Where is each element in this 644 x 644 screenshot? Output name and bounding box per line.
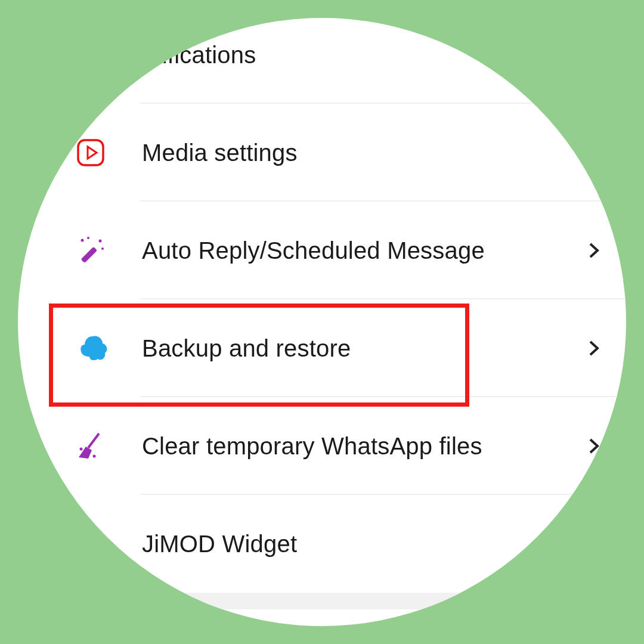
settings-item-label: Auto Reply/Scheduled Message [142,237,485,264]
settings-item-media[interactable]: Media settings [18,104,626,202]
settings-item-autoreply[interactable]: Auto Reply/Scheduled Message [18,202,626,299]
svg-rect-1 [81,247,98,264]
svg-rect-9 [80,533,89,542]
settings-item-clear[interactable]: Clear temporary WhatsApp files [18,397,626,495]
broom-icon [76,431,142,461]
magic-wand-icon [76,236,142,265]
svg-rect-10 [80,545,89,554]
svg-point-7 [80,448,83,451]
settings-item-label: Media settings [142,140,298,166]
chevron-right-icon [586,242,602,259]
settings-item-notifications[interactable]: otifications [18,18,626,104]
play-icon [76,138,142,167]
svg-point-5 [101,247,104,250]
section-separator [18,593,626,609]
chevron-right-icon [586,340,602,357]
settings-item-widget[interactable]: JiMOD Widget [18,495,626,593]
svg-line-6 [88,434,99,448]
chevron-right-icon [586,438,602,454]
settings-item-label: Clear temporary WhatsApp files [142,433,482,460]
settings-item-label: JiMOD Widget [142,531,297,558]
settings-viewport: otifications Media settings [18,18,626,626]
settings-item-label: otifications [142,42,256,69]
widget-icon [76,530,142,558]
svg-point-3 [87,237,89,239]
svg-rect-11 [88,538,103,553]
svg-point-2 [81,239,84,242]
svg-point-4 [99,240,102,243]
highlight-annotation [49,304,469,407]
svg-rect-0 [78,140,103,165]
svg-point-8 [93,455,96,458]
